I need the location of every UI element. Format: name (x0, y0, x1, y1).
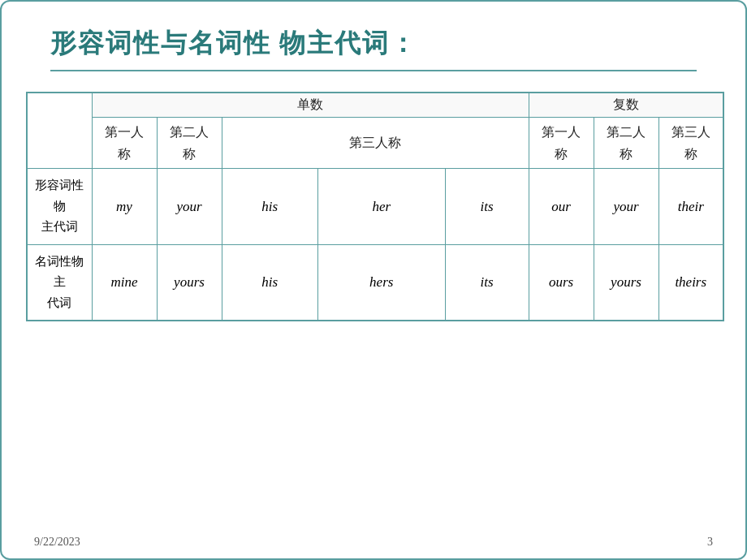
header-row-2: 第一人称 第二人称 第三人称 第一人称 第二人称 第三人称 (27, 118, 723, 169)
empty-corner (27, 93, 92, 169)
cell-your-p: your (594, 169, 658, 245)
col-1st-plural: 第一人称 (529, 118, 594, 169)
slide-footer: 9/22/2023 3 (2, 536, 745, 549)
title-area: 形容词性与名词性 物主代词： (2, 2, 745, 92)
col-1st-singular: 第一人称 (92, 118, 157, 169)
cell-his-noun: his (222, 244, 317, 321)
cell-my: my (92, 169, 157, 245)
adjective-row-label: 形容词性物主代词 (27, 169, 92, 245)
cell-yours-p: yours (594, 244, 658, 321)
adjective-possessive-row: 形容词性物主代词 my your his her its our your th… (27, 169, 723, 245)
cell-hers: hers (317, 244, 445, 321)
cell-your-s: your (157, 169, 222, 245)
col-3rd-singular: 第三人称 (222, 118, 529, 169)
footer-date: 9/22/2023 (34, 536, 80, 549)
noun-row-label: 名词性物主代词 (27, 244, 92, 321)
title-divider (50, 70, 697, 71)
footer-page: 3 (707, 536, 713, 549)
plural-header: 复数 (529, 93, 723, 118)
cell-its-noun: its (445, 244, 529, 321)
pronoun-table: 单数 复数 第一人称 第二人称 第三人称 第一人称 第二人称 第三人称 形容词性… (26, 92, 724, 321)
cell-ours: ours (529, 244, 594, 321)
col-2nd-plural: 第二人称 (594, 118, 658, 169)
cell-their: their (658, 169, 723, 245)
slide-title: 形容词性与名词性 物主代词： (50, 26, 697, 62)
col-3rd-plural: 第三人称 (658, 118, 723, 169)
noun-possessive-row: 名词性物主代词 mine yours his hers its ours you… (27, 244, 723, 321)
cell-mine: mine (92, 244, 157, 321)
cell-yours-s: yours (157, 244, 222, 321)
cell-theirs: theirs (658, 244, 723, 321)
cell-our: our (529, 169, 594, 245)
singular-header: 单数 (92, 93, 529, 118)
table-area: 单数 复数 第一人称 第二人称 第三人称 第一人称 第二人称 第三人称 形容词性… (2, 92, 745, 321)
col-2nd-singular: 第二人称 (157, 118, 222, 169)
cell-its-adj: its (445, 169, 529, 245)
cell-her-adj: her (317, 169, 445, 245)
header-row-1: 单数 复数 (27, 93, 723, 118)
cell-his-adj: his (222, 169, 317, 245)
slide: 形容词性与名词性 物主代词： 单数 复数 第一人称 第二人称 第三人称 第一人称… (0, 0, 747, 560)
